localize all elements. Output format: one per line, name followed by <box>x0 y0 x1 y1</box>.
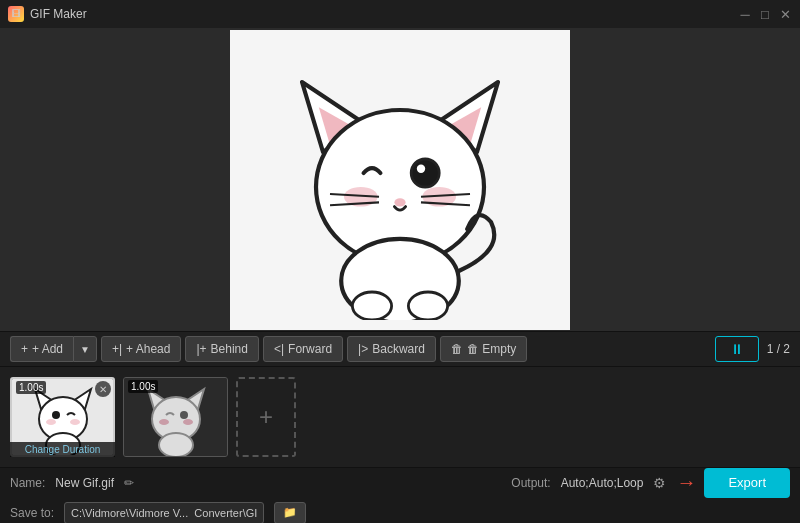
preview-image <box>230 30 570 330</box>
forward-icon: <| <box>274 342 284 356</box>
svg-point-15 <box>352 292 391 320</box>
page-controls: ⏸ 1 / 2 <box>715 336 790 362</box>
gear-icon[interactable]: ⚙ <box>653 475 666 491</box>
svg-point-23 <box>70 419 80 425</box>
backward-button[interactable]: |> Backward <box>347 336 436 362</box>
title-bar-left: 🎞 GIF Maker <box>8 6 87 22</box>
title-bar: 🎞 GIF Maker ─ □ ✕ <box>0 0 800 28</box>
empty-label: 🗑 Empty <box>467 342 516 356</box>
ahead-icon: +| <box>112 342 122 356</box>
folder-button[interactable]: 📁 <box>274 502 306 524</box>
close-button[interactable]: ✕ <box>778 7 792 21</box>
output-label: Output: <box>511 476 550 490</box>
output-value: Auto;Auto;Loop <box>561 476 644 490</box>
bottom-row-1: Name: New Gif.gif ✏ Output: Auto;Auto;Lo… <box>10 468 790 498</box>
plus-icon: + <box>21 342 28 356</box>
edit-icon[interactable]: ✏ <box>124 476 134 490</box>
frame-strip: 1.00s ✕ Change Duration 1.00s <box>0 367 800 467</box>
export-area: → Export <box>676 468 790 498</box>
add-label: + Add <box>32 342 63 356</box>
svg-point-22 <box>46 419 56 425</box>
frame-label-1[interactable]: Change Duration <box>10 442 115 457</box>
behind-icon: |+ <box>196 342 206 356</box>
maximize-button[interactable]: □ <box>758 7 772 21</box>
minimize-button[interactable]: ─ <box>738 7 752 21</box>
empty-button[interactable]: 🗑 🗑 Empty <box>440 336 527 362</box>
add-dropdown-button[interactable]: ▼ <box>73 336 97 362</box>
add-main-button[interactable]: + + Add <box>10 336 73 362</box>
bottom-bar: Name: New Gif.gif ✏ Output: Auto;Auto;Lo… <box>0 467 800 523</box>
export-button[interactable]: Export <box>704 468 790 498</box>
frame-thumb-2: 1.00s <box>123 377 228 457</box>
pause-button[interactable]: ⏸ <box>715 336 759 362</box>
svg-point-16 <box>408 292 447 320</box>
save-to-label: Save to: <box>10 506 54 520</box>
svg-point-7 <box>417 164 425 172</box>
frame-item-1[interactable]: 1.00s ✕ Change Duration <box>10 377 115 457</box>
save-path-input[interactable] <box>64 502 264 524</box>
cat-preview-svg <box>260 40 540 320</box>
ahead-button[interactable]: +| + Ahead <box>101 336 182 362</box>
title-bar-controls: ─ □ ✕ <box>738 7 792 21</box>
frame-item-2[interactable]: 1.00s <box>123 377 228 457</box>
pause-icon: ⏸ <box>730 341 744 357</box>
arrow-icon: → <box>676 471 696 494</box>
frame-duration-1: 1.00s <box>16 381 46 394</box>
frame-add-button[interactable]: + <box>236 377 296 457</box>
forward-button[interactable]: <| Forward <box>263 336 343 362</box>
forward-label: Forward <box>288 342 332 356</box>
svg-point-10 <box>394 198 405 206</box>
svg-point-29 <box>159 419 169 425</box>
svg-point-30 <box>183 419 193 425</box>
svg-point-21 <box>52 411 60 419</box>
svg-point-28 <box>180 411 188 419</box>
add-button-group: + + Add ▼ <box>10 336 97 362</box>
backward-icon: |> <box>358 342 368 356</box>
trash-icon: 🗑 <box>451 342 463 356</box>
svg-point-6 <box>411 159 439 187</box>
toolbar: + + Add ▼ +| + Ahead |+ Behind <| Forwar… <box>0 331 800 367</box>
name-value: New Gif.gif <box>55 476 114 490</box>
app-icon: 🎞 <box>8 6 24 22</box>
frame-close-1[interactable]: ✕ <box>95 381 111 397</box>
preview-area <box>0 28 800 331</box>
svg-point-27 <box>159 433 193 457</box>
bottom-row-2: Save to: 📁 <box>10 502 790 524</box>
name-label: Name: <box>10 476 45 490</box>
behind-label: Behind <box>211 342 248 356</box>
ahead-label: + Ahead <box>126 342 170 356</box>
app-title: GIF Maker <box>30 7 87 21</box>
page-info: 1 / 2 <box>767 342 790 356</box>
frame-duration-2: 1.00s <box>128 380 158 393</box>
behind-button[interactable]: |+ Behind <box>185 336 259 362</box>
backward-label: Backward <box>372 342 425 356</box>
